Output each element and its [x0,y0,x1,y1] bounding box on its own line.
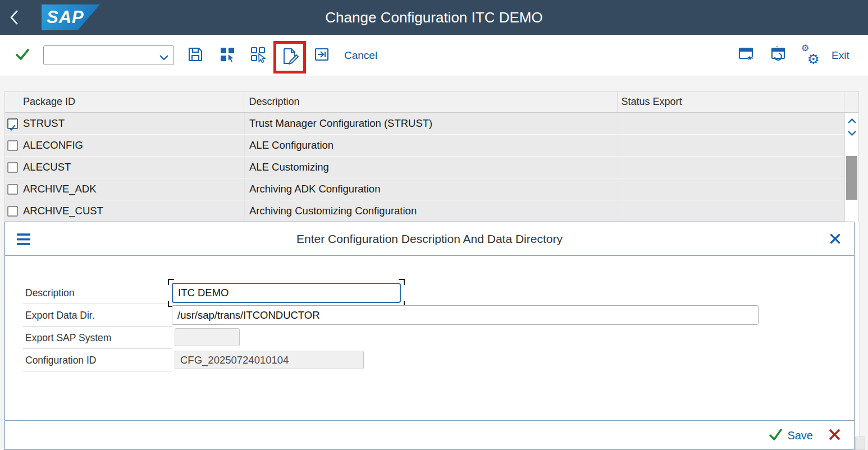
description-field-focus-frame [168,279,405,307]
exit-button[interactable]: Exit [832,49,849,62]
column-header-package-id[interactable]: Package ID [20,92,244,112]
shell-header: SAP Change Configuration ITC DEMO [0,0,868,35]
description-cell: Archiving ADK Configuration [245,178,618,200]
scrollbar-thumb[interactable] [846,156,857,200]
description-input[interactable] [172,283,401,303]
table-header-row: Package ID Description Status Export [5,92,858,113]
gear-big-icon: ⚙ [807,51,820,67]
scrollbar-header-spacer [844,92,858,112]
description-cell: ALE Customizing [245,157,618,178]
window-shortcut-icon [770,46,787,65]
change-configuration-button[interactable] [281,47,299,67]
window-star-icon [738,46,755,65]
export-data-dir-input[interactable] [172,305,759,325]
description-cell: Archiving Customizing Configuration [245,200,618,222]
save-button-dialog[interactable]: Save [769,428,813,444]
row-checkbox[interactable] [7,206,18,217]
dialog-close-button[interactable] [830,233,840,246]
scroll-corner-block [855,437,865,450]
deselect-all-icon [250,46,267,65]
selection-cell [5,113,20,134]
package-id-cell: ARCHIVE_CUST [20,200,245,222]
edit-document-icon [281,47,299,67]
floppy-disk-icon [187,46,204,65]
export-data-dir-label: Export Data Dir. [25,304,95,327]
packages-table: Package ID Description Status Export STR… [4,91,859,222]
new-session-button[interactable] [738,46,755,65]
row-checkbox[interactable] [7,118,18,129]
table-row[interactable]: ARCHIVE_CUST Archiving Customizing Confi… [5,200,858,222]
description-cell: ALE Configuration [245,135,618,156]
red-highlight-box [273,41,306,74]
shortcut-button[interactable] [770,46,787,65]
label-underline [23,371,172,371]
package-id-cell: ALECONFIG [20,135,245,156]
scroll-track-extension [855,222,860,450]
table-row[interactable]: ALECUST ALE Customizing [5,157,858,178]
status-export-cell [618,113,846,134]
selection-cell [5,157,20,178]
vertical-scrollbar [844,113,858,222]
sap-gui-screen: SAP Change Configuration ITC DEMO [0,0,868,450]
row-checkbox[interactable] [7,140,18,151]
export-sap-system-field [175,328,240,346]
page-title: Change Configuration ITC DEMO [0,0,868,35]
chevron-down-icon [159,53,168,63]
dialog-header: Enter Configuration Description And Data… [5,222,854,256]
table-row[interactable]: ARCHIVE_ADK Archiving ADK Configuration [5,178,858,200]
status-export-cell [618,157,846,178]
dialog-title: Enter Configuration Description And Data… [5,222,854,256]
dialog-footer: Save [5,420,854,450]
export-sap-system-label: Export SAP System [25,327,111,349]
table-row[interactable]: ALECONFIG ALE Configuration [5,135,858,157]
close-icon [830,236,840,246]
status-export-cell [618,135,846,156]
row-checkbox[interactable] [7,162,18,173]
selection-cell [5,200,20,222]
transfer-button[interactable] [313,46,330,65]
scroll-down-button[interactable] [848,128,856,136]
save-label: Save [787,429,813,442]
select-all-icon [219,46,236,65]
box-arrow-icon [313,46,330,65]
description-label: Description [25,282,75,304]
package-id-cell: ARCHIVE_ADK [20,178,245,200]
deselect-all-button[interactable] [250,46,267,65]
selection-cell [5,135,20,156]
row-checkbox[interactable] [7,184,18,195]
selection-cell [5,178,20,200]
package-id-cell: STRUST [20,113,245,134]
scroll-up-button[interactable] [848,116,856,123]
table-row[interactable]: STRUST Trust Manager Configuration (STRU… [5,113,858,135]
status-export-cell [618,200,846,222]
select-all-button[interactable] [219,46,236,65]
configuration-dialog: Enter Configuration Description And Data… [4,222,855,450]
green-check-icon [769,428,783,444]
red-x-icon [829,429,840,443]
column-header-description[interactable]: Description [244,92,617,112]
configuration-id-label: Configuration ID [25,349,96,371]
green-check-icon [15,47,30,64]
selection-column-header[interactable] [5,92,20,112]
command-input[interactable] [47,47,159,63]
status-export-cell [618,178,846,200]
settings-button[interactable]: ⚙ ⚙ [801,47,818,65]
cancel-button[interactable]: Cancel [344,49,377,62]
application-toolbar: Cancel ⚙ ⚙ [0,35,868,76]
column-header-status-export[interactable]: Status Export [618,92,844,112]
cancel-x-button[interactable] [829,429,840,443]
description-cell: Trust Manager Configuration (STRUST) [245,113,618,134]
save-button[interactable] [187,46,204,65]
command-field[interactable] [43,45,174,65]
enter-button[interactable] [15,47,30,64]
package-id-cell: ALECUST [20,157,245,178]
configuration-id-field: CFG_20250724010104 [175,351,364,369]
